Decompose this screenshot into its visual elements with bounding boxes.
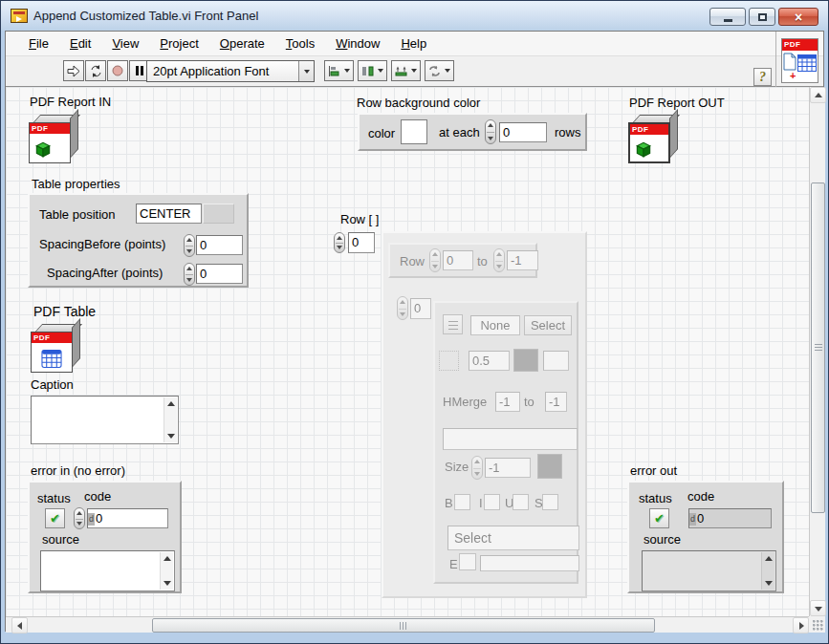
table-position-field[interactable]: CENTER — [136, 204, 202, 224]
vertical-scroll-thumb[interactable] — [811, 182, 825, 513]
resize-objects-button[interactable] — [391, 60, 421, 81]
labview-vi-icon — [11, 9, 28, 23]
justify-button[interactable] — [443, 314, 463, 334]
chevron-down-icon — [304, 70, 310, 74]
arrow-left-icon — [17, 622, 22, 630]
close-button[interactable]: × — [778, 8, 818, 26]
scroll-right-button[interactable] — [793, 617, 809, 633]
code-spinner[interactable] — [74, 507, 85, 529]
row-from-spinner[interactable] — [429, 248, 441, 272]
font-color-box[interactable] — [537, 454, 562, 479]
font-select-button[interactable]: Select — [524, 315, 572, 335]
source-scrollbar[interactable] — [160, 552, 173, 590]
bold-checkbox[interactable] — [454, 494, 470, 510]
menu-window[interactable]: Window — [325, 32, 390, 56]
caption-textbox[interactable] — [31, 396, 179, 444]
run-continuous-button[interactable] — [85, 60, 106, 81]
font-name-field[interactable]: None — [470, 315, 520, 335]
row-to-field[interactable]: -1 — [507, 250, 538, 270]
align-objects-button[interactable] — [324, 60, 354, 81]
row-to-spinner[interactable] — [493, 248, 505, 272]
menu-view[interactable]: View — [101, 32, 149, 56]
spacing-before-field[interactable]: 0 — [196, 235, 243, 255]
size-field[interactable]: -1 — [485, 458, 531, 478]
vertical-scrollbar[interactable] — [809, 87, 825, 616]
border-color-box[interactable] — [513, 349, 538, 372]
border-width-field[interactable]: 0.5 — [469, 351, 510, 371]
rows-label: rows — [555, 125, 580, 140]
size-spinner[interactable] — [471, 456, 483, 480]
select-listbox[interactable]: Select — [447, 526, 579, 550]
error-out-label: error out — [630, 463, 677, 478]
row-from-field[interactable]: 0 — [443, 250, 473, 270]
font-selector-value: 20pt Application Font — [147, 64, 298, 78]
spacing-after-spinner[interactable] — [184, 263, 195, 286]
pdf-report-in-control[interactable]: PDF — [28, 112, 79, 163]
source-scrollbar[interactable] — [761, 552, 774, 590]
scroll-down-icon[interactable] — [765, 581, 773, 586]
row-array-index-spinner[interactable] — [334, 232, 345, 253]
spacing-before-spinner[interactable] — [184, 234, 195, 257]
maximize-button[interactable] — [749, 8, 775, 26]
row-color-box[interactable] — [401, 119, 427, 144]
row-bg-color-cluster: color at each 0 rows — [358, 113, 587, 151]
scroll-up-button[interactable] — [810, 87, 826, 103]
reorder-objects-button[interactable] — [425, 60, 454, 81]
font-selector[interactable]: 20pt Application Font — [146, 60, 315, 82]
radix-indicator: d — [88, 513, 95, 526]
italic-label: I — [479, 496, 483, 510]
scroll-up-icon[interactable] — [765, 556, 773, 561]
font-selector-dropdown[interactable] — [298, 61, 314, 81]
pdf-badge: PDF — [782, 39, 818, 51]
pdf-table-control[interactable]: PDF — [30, 321, 81, 373]
cell-color-box[interactable] — [543, 351, 569, 371]
strike-checkbox[interactable] — [542, 494, 558, 510]
horizontal-scrollbar[interactable] — [6, 616, 809, 633]
code-field[interactable]: d0 — [87, 508, 168, 528]
at-each-field[interactable]: 0 — [499, 122, 547, 142]
caption-scrollbar[interactable] — [164, 397, 177, 442]
client-area: File Edit View Project Operate Tools Win… — [5, 31, 824, 632]
cell-array-index-spinner[interactable] — [397, 296, 408, 320]
scroll-up-icon[interactable] — [164, 556, 171, 561]
minimize-button[interactable] — [709, 8, 746, 26]
pause-icon — [135, 65, 144, 76]
run-button[interactable] — [63, 60, 84, 81]
radix-indicator: d — [689, 513, 696, 526]
at-each-spinner[interactable] — [485, 119, 496, 144]
status-checkbox[interactable] — [45, 508, 65, 528]
underline-checkbox[interactable] — [513, 494, 529, 510]
titlebar[interactable]: Append Customized Table.vi Front Panel × — [1, 1, 828, 31]
distribute-objects-button[interactable] — [358, 60, 387, 81]
embed-checkbox[interactable] — [459, 553, 476, 570]
menu-file[interactable]: File — [18, 32, 59, 56]
vi-connector-icon[interactable]: PDF + — [781, 38, 818, 83]
spacing-after-field[interactable]: 0 — [196, 264, 243, 284]
resize-grip[interactable] — [809, 616, 825, 633]
abort-button[interactable] — [107, 60, 128, 81]
menu-tools[interactable]: Tools — [275, 32, 325, 56]
context-help-button[interactable]: ? — [753, 68, 772, 86]
scroll-left-button[interactable] — [11, 617, 28, 633]
scroll-down-button[interactable] — [810, 600, 826, 616]
toolbar: 20pt Application Font — [6, 56, 823, 87]
italic-checkbox[interactable] — [484, 494, 500, 510]
hmerge-from-field[interactable]: -1 — [495, 392, 520, 412]
distribute-objects-icon — [361, 66, 374, 76]
cell-array-index-field[interactable]: 0 — [410, 298, 431, 319]
horizontal-scroll-thumb[interactable] — [152, 618, 655, 633]
menu-edit[interactable]: Edit — [59, 32, 101, 56]
source-textbox[interactable] — [40, 550, 175, 591]
menu-help[interactable]: Help — [390, 32, 437, 56]
cell-cluster: None Select 0.5 HMerge -1 to -1 Size — [433, 301, 578, 584]
scroll-up-icon[interactable] — [167, 401, 175, 406]
scroll-down-icon[interactable] — [167, 434, 175, 439]
hmerge-to-field[interactable]: -1 — [545, 392, 567, 412]
cell-text-field[interactable] — [443, 428, 578, 450]
scroll-down-icon[interactable] — [164, 581, 171, 586]
row-array-index-field[interactable]: 0 — [348, 232, 375, 253]
border-checkbox[interactable] — [439, 351, 459, 371]
embed-field[interactable] — [480, 555, 579, 571]
menu-operate[interactable]: Operate — [209, 32, 275, 56]
menu-project[interactable]: Project — [149, 32, 208, 56]
